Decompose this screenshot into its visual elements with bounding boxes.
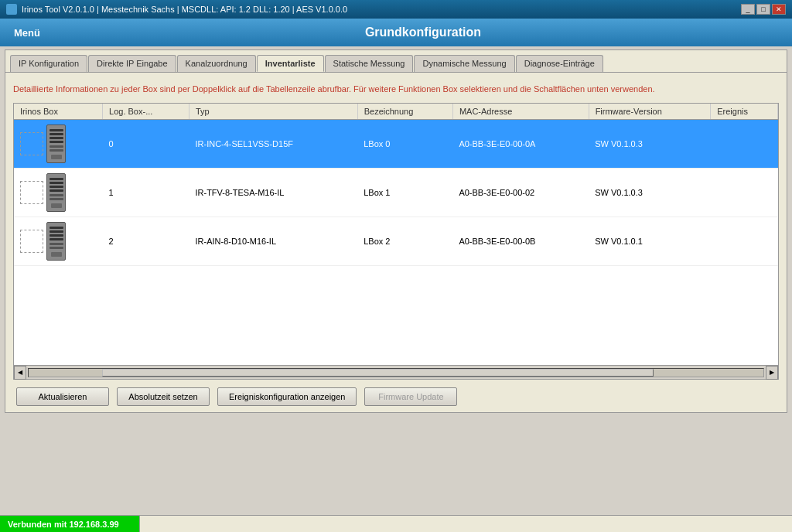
main-panel: IP Konfiguration Direkte IP Eingabe Kana… [5,49,787,413]
tab-bar: IP Konfiguration Direkte IP Eingabe Kana… [5,50,787,73]
col-header-bezeichnung: Bezeichnung [357,104,452,120]
cell-bezeichnung: LBox 2 [357,217,452,266]
table-body: 0IR-INC-4-SEL1VSS-D15FLBox 0A0-BB-3E-E0-… [14,120,778,266]
minimize-button[interactable]: _ [741,4,755,15]
col-header-log-box-nr: Log. Box-... [103,104,189,120]
ereigniskonfiguration-anzeigen-button[interactable]: Ereigniskonfiguration anzeigen [217,387,357,406]
aktualisieren-button[interactable]: Aktualisieren [16,387,109,406]
cell-bezeichnung: LBox 0 [357,120,452,169]
cell-bezeichnung: LBox 1 [357,169,452,217]
absolutzeit-setzen-button[interactable]: Absolutzeit setzen [117,387,210,406]
cell-logBoxNr: 2 [103,217,189,266]
cell-firmwareVersion: SW V0.1.0.1 [589,217,711,266]
title-bar-controls: _ □ ✕ [741,4,786,15]
tab-direkte-ip[interactable]: Direkte IP Eingabe [88,55,176,72]
cell-typ: IR-INC-4-SEL1VSS-D15F [189,120,357,169]
tab-statische-messung[interactable]: Statische Messung [325,55,414,72]
status-bar: Verbunden mit 192.168.3.99 [0,515,792,532]
cell-ereignis [711,217,778,266]
status-right [139,516,792,532]
col-header-irinos-box: Irinos Box [14,104,103,120]
col-header-ereignis: Ereignis [711,104,778,120]
close-button[interactable]: ✕ [772,4,786,15]
app-title: Grundkonfiguration [54,19,792,46]
title-bar-text: Irinos Tool V2.0.1.0 | Messtechnik Sachs… [22,5,347,14]
cell-macAdresse: A0-BB-3E-E0-00-0B [452,217,589,266]
inventory-table: Irinos Box Log. Box-... Typ Bezeichnung … [14,104,778,266]
device-thumbnail-cell [14,120,103,169]
menu-item-menue[interactable]: Menü [8,26,46,40]
col-header-firmware-version: Firmware-Version [589,104,711,120]
scroll-left-button[interactable]: ◀ [14,366,26,380]
cell-firmwareVersion: SW V0.1.0.3 [589,120,711,169]
action-button-bar: Aktualisieren Absolutzeit setzen Ereigni… [13,387,779,406]
cell-logBoxNr: 1 [103,169,189,217]
firmware-update-button[interactable]: Firmware Update [364,387,457,406]
tab-content: Detaillierte Informationen zu jeder Box … [5,73,787,412]
title-bar: Irinos Tool V2.0.1.0 | Messtechnik Sachs… [0,0,792,19]
scroll-thumb[interactable] [102,369,654,377]
scroll-right-button[interactable]: ▶ [766,366,778,380]
scroll-track[interactable] [28,368,764,377]
tab-diagnose-eintraege[interactable]: Diagnose-Einträge [516,55,603,72]
table-row[interactable]: 0IR-INC-4-SEL1VSS-D15FLBox 0A0-BB-3E-E0-… [14,120,778,169]
col-header-typ: Typ [189,104,357,120]
cell-typ: IR-TFV-8-TESA-M16-IL [189,169,357,217]
tab-kanalzuordnung[interactable]: Kanalzuordnung [177,55,256,72]
table-row[interactable]: 2IR-AIN-8-D10-M16-ILLBox 2A0-BB-3E-E0-00… [14,217,778,266]
cell-firmwareVersion: SW V0.1.0.3 [589,169,711,217]
cell-macAdresse: A0-BB-3E-E0-00-0A [452,120,589,169]
maximize-button[interactable]: □ [756,4,770,15]
table-header-row: Irinos Box Log. Box-... Typ Bezeichnung … [14,104,778,120]
device-thumbnail-cell [14,169,103,217]
cell-ereignis [711,120,778,169]
table-row[interactable]: 1IR-TFV-8-TESA-M16-ILLBox 1A0-BB-3E-E0-0… [14,169,778,217]
cell-ereignis [711,169,778,217]
status-connected: Verbunden mit 192.168.3.99 [0,516,139,532]
inventory-table-container: Irinos Box Log. Box-... Typ Bezeichnung … [13,103,779,366]
app-icon [6,4,17,15]
cell-logBoxNr: 0 [103,120,189,169]
col-header-mac-adresse: MAC-Adresse [452,104,589,120]
tab-inventarliste[interactable]: Inventarliste [257,55,324,72]
tab-dynamische-messung[interactable]: Dynamische Messung [414,55,514,72]
device-thumbnail-cell [14,217,103,266]
tab-ip-konfiguration[interactable]: IP Konfiguration [10,55,87,72]
cell-macAdresse: A0-BB-3E-E0-00-02 [452,169,589,217]
cell-typ: IR-AIN-8-D10-M16-IL [189,217,357,266]
info-text: Detaillierte Informationen zu jeder Box … [13,84,779,95]
horizontal-scrollbar[interactable]: ◀ ▶ [13,366,779,380]
